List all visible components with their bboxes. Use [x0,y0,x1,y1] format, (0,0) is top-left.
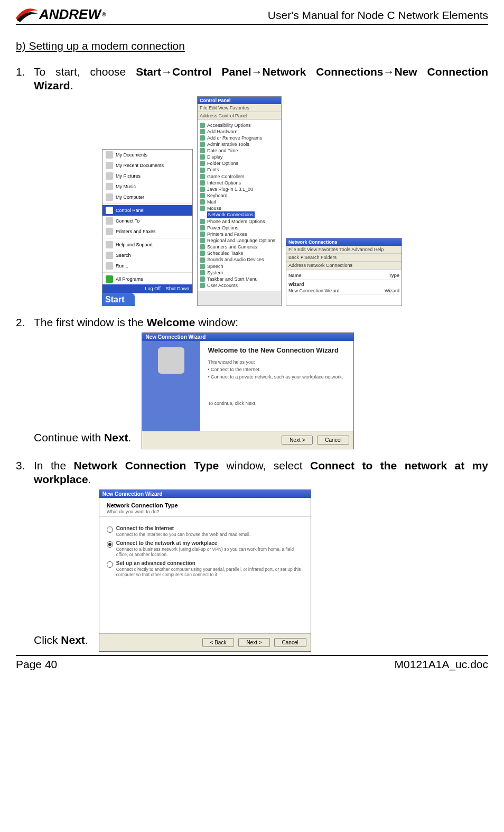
sm-label: Help and Support [116,242,153,247]
start-menu-item[interactable]: Run... [102,261,192,271]
start-menu-item[interactable]: My Recent Documents [102,160,192,171]
wizard-cancel-button[interactable]: Cancel [317,436,349,445]
start-menu-item[interactable]: My Pictures [102,171,192,181]
cp-item-label: Sounds and Audio Devices [207,256,264,263]
wizard-nct-heading: Network Connection Type [107,502,178,509]
step-2-cont-next: Next [104,431,128,443]
nc-menubar[interactable]: File Edit View Favorites Tools Advanced … [286,246,402,254]
cp-item-label: Administrative Tools [207,141,249,147]
wizard-bullet-label: Connect to a private network, such as yo… [211,374,343,380]
cp-item[interactable]: Folder Options [200,160,279,167]
wizard-welcome-continue: To continue, click Next. [208,401,346,406]
cp-item[interactable]: Phone and Modem Options [200,218,279,225]
nc-toolbar[interactable]: Back ▾ Search Folders [286,254,402,262]
step-3-number: 3. [16,459,34,487]
wizard-welcome-heading: Welcome to the New Connection Wizard [208,346,346,354]
cp-item[interactable]: Accessibility Options [200,122,279,128]
start-button[interactable]: Start [102,293,135,306]
start-menu-all-programs[interactable]: All Programs [102,274,192,284]
radio-advanced-connection[interactable]: Set up an advanced connectionConnect dir… [107,560,303,577]
wizard-welcome-bullet: • Connect to a private network, such as … [208,374,346,380]
sm-label: Control Panel [116,208,145,213]
cp-item[interactable]: Sounds and Audio Devices [200,256,279,263]
wizard-welcome-titlebar: New Connection Wizard [142,333,353,341]
wizard-next-button[interactable]: Next > [238,638,269,647]
start-menu-item[interactable]: My Computer [102,192,192,202]
nc-titlebar: Network Connections [286,238,402,246]
cp-item[interactable]: Display [200,154,279,160]
wizard-welcome-p1: This wizard helps you: [208,359,346,365]
step-2-welcome: Welcome [147,316,195,328]
start-menu-item[interactable]: Connect To [102,216,192,226]
wizard-next-button[interactable]: Next > [282,436,313,445]
cp-addressbar[interactable]: Address Control Panel [198,112,281,120]
start-menu-control-panel[interactable]: Control Panel [102,205,192,216]
step-1-text-pre: To start, choose [34,66,136,78]
wizard-nct-sub: What do you want to do? [107,509,160,514]
step-3: 3. In the Network Connection Type window… [16,459,488,487]
wizard-back-button[interactable]: < Back [202,638,235,647]
nc-addressbar[interactable]: Address Network Connections [286,262,402,270]
cp-item-label: Fonts [207,167,219,173]
start-menu-item[interactable]: My Music [102,181,192,192]
sm-label: Printers and Faxes [116,229,156,234]
sm-label: My Pictures [116,173,141,179]
start-menu-item[interactable]: My Documents [102,150,192,160]
cp-item-label: Printers and Faxes [207,231,247,237]
step-2-body: The first window is the Welcome window: [34,316,488,329]
start-menu-item[interactable]: Help and Support [102,239,192,250]
logo-registered: ® [102,12,106,17]
cp-item[interactable]: Keyboard [200,192,279,199]
cp-item-label: Add or Remove Programs [207,135,262,141]
wizard-cancel-button[interactable]: Cancel [274,638,306,647]
cp-item[interactable]: Speech [200,263,279,270]
radio-connect-workplace[interactable]: Connect to the network at my workplaceCo… [107,540,303,557]
cp-item-label: Accessibility Options [207,122,251,128]
cp-item-label: Phone and Modem Options [207,218,265,225]
cp-item[interactable]: User Accounts [200,282,279,289]
cp-item-label: System [207,270,223,276]
step-2-cont-post: . [128,431,132,443]
start-menu-item[interactable]: Search [102,250,192,261]
cp-item[interactable]: Regional and Language Options [200,237,279,244]
cp-item[interactable]: Add or Remove Programs [200,135,279,141]
step-2: 2. The first window is the Welcome windo… [16,316,488,329]
cp-item[interactable]: Fonts [200,167,279,173]
cp-menubar[interactable]: File Edit View Favorites [198,104,281,112]
cp-item[interactable]: Date and Time [200,147,279,154]
cp-item-label: User Accounts [207,282,238,289]
page-number: Page 40 [16,658,57,671]
nc-col-name: Name [288,273,302,278]
cp-item[interactable]: Add Hardware [200,128,279,135]
cp-item[interactable]: Mouse [200,205,279,211]
cp-item[interactable]: Internet Options [200,180,279,186]
radio-connect-internet[interactable]: Connect to the InternetConnect to the In… [107,525,303,537]
page-footer: Page 40 M0121A1A_uc.doc [16,655,488,671]
cp-item[interactable]: Power Options [200,225,279,231]
step-1-body: To start, choose Start→Control Panel→Net… [34,65,488,93]
cp-item[interactable]: Printers and Faxes [200,231,279,237]
arrow-2: → [251,66,263,78]
sm-label: All Programs [116,276,143,282]
shutdown-button[interactable]: Shut Down [166,286,189,291]
sm-label: Connect To [116,218,139,224]
cp-item[interactable]: Game Controllers [200,173,279,180]
cp-item-label: Regional and Language Options [207,237,275,244]
cp-item-network-connections[interactable]: Network Connections [200,211,279,218]
cp-item[interactable]: Scheduled Tasks [200,250,279,256]
step-1: 1. To start, choose Start→Control Panel→… [16,65,488,93]
cp-item-label: Taskbar and Start Menu [207,276,258,282]
cp-item[interactable]: System [200,270,279,276]
cp-item[interactable]: Administrative Tools [200,141,279,147]
logoff-button[interactable]: Log Off [145,286,161,291]
cp-item-label: Game Controllers [207,173,245,180]
section-heading: b) Setting up a modem connection [16,40,488,52]
cp-item[interactable]: Scanners and Cameras [200,244,279,250]
cp-item[interactable]: Taskbar and Start Menu [200,276,279,282]
start-menu-item[interactable]: Printers and Faxes [102,226,192,237]
cp-item[interactable]: Java Plug-in 1.3.1_08 [200,186,279,192]
step-2-continue: Continue with Next. [16,431,131,449]
cp-item[interactable]: Mail [200,199,279,205]
nc-item-new-connection-wizard[interactable]: New Connection Wizard Wizard [288,287,399,295]
control-panel-window: Control Panel File Edit View Favorites A… [197,96,282,306]
